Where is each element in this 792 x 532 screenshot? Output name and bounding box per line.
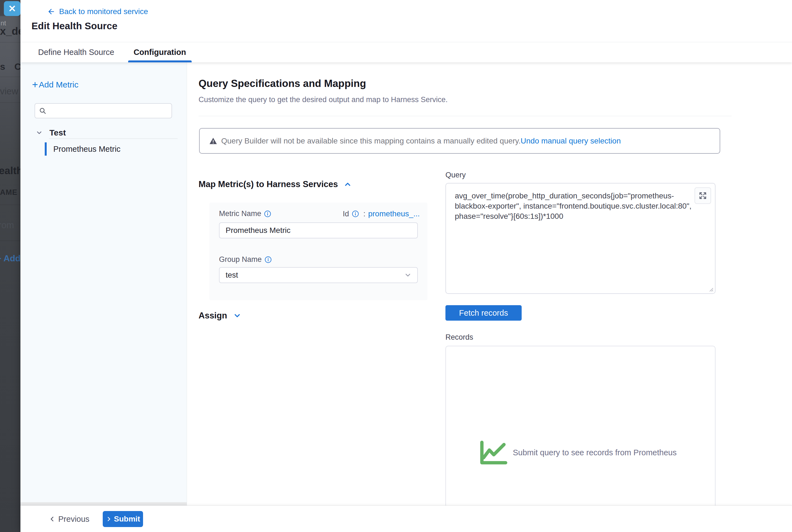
background-text-fragment: view — [0, 86, 18, 97]
metric-id-value[interactable]: prometheus_... — [368, 209, 420, 218]
screen: nt x_dev s C view ealth S AME rom + Add … — [0, 0, 792, 532]
tab-label: Configuration — [134, 48, 186, 57]
modal-header: Back to monitored service Edit Health So… — [20, 0, 792, 62]
chevron-down-icon — [36, 129, 43, 136]
metric-id-row: Id : prometheus_... — [343, 209, 420, 218]
info-icon[interactable] — [264, 210, 271, 217]
tab-configuration[interactable]: Configuration — [128, 42, 192, 62]
undo-manual-query-link[interactable]: Undo manual query selection — [520, 137, 621, 146]
arrow-left-icon — [47, 7, 56, 16]
assign-title: Assign — [199, 311, 227, 321]
metric-group-name: Test — [50, 128, 66, 137]
chevron-left-icon — [49, 516, 56, 522]
sidebar-bottom-strip — [20, 502, 187, 506]
fetch-records-label: Fetch records — [459, 308, 508, 318]
add-metric-button[interactable]: + Add Metric — [32, 79, 78, 90]
query-label: Query — [445, 171, 466, 179]
background-text-fragment: AME — [0, 188, 17, 197]
metric-item-label: Prometheus Metric — [53, 145, 121, 154]
warning-icon — [209, 137, 217, 145]
background-divider — [0, 102, 20, 103]
background-text-fragment: x_dev — [0, 25, 20, 37]
search-input[interactable] — [50, 104, 171, 118]
expand-query-button[interactable] — [695, 187, 711, 204]
info-icon[interactable] — [352, 210, 359, 217]
background-divider — [0, 205, 20, 205]
add-metric-label: Add Metric — [39, 80, 78, 90]
close-modal-button[interactable]: ✕ — [4, 1, 20, 16]
fetch-records-button[interactable]: Fetch records — [445, 305, 522, 321]
section-heading: Query Specifications and Mapping — [199, 78, 366, 90]
query-text[interactable]: avg_over_time(probe_http_duration_second… — [455, 191, 704, 221]
configuration-panel: Query Specifications and Mapping Customi… — [187, 62, 792, 506]
group-name-value: test — [226, 271, 404, 280]
resize-handle[interactable] — [707, 286, 714, 292]
records-panel: Submit query to see records from Prometh… — [445, 346, 716, 506]
search-icon — [39, 107, 47, 115]
metric-name-field[interactable] — [219, 223, 418, 239]
metric-name-label: Metric Name — [219, 209, 261, 218]
plus-icon: + — [32, 79, 38, 90]
metric-group-toggle[interactable]: Test — [36, 128, 66, 137]
modal-footer: Previous Submit — [20, 506, 792, 532]
assign-section-header[interactable]: Assign — [199, 311, 241, 321]
query-builder-warning-banner: Query Builder will not be available sinc… — [199, 128, 720, 154]
background-divider — [0, 77, 20, 77]
active-tab-underline — [128, 60, 192, 62]
group-name-label: Group Name — [219, 255, 262, 264]
dimmed-background-page: nt x_dev s C view ealth S AME rom + Add — [0, 0, 20, 532]
records-empty-text: Submit query to see records from Prometh… — [513, 448, 677, 457]
background-text-fragment: rom — [0, 220, 14, 230]
metric-mapping-card: Metric Name Id — [209, 203, 427, 300]
page-title: Edit Health Source — [32, 20, 117, 32]
section-subheading: Customize the query to get the desired o… — [199, 95, 448, 104]
chevron-down-icon — [233, 311, 241, 320]
group-divider — [49, 138, 178, 139]
line-chart-icon — [479, 440, 508, 465]
id-label: Id — [343, 210, 349, 218]
sidebar-item-prometheus-metric[interactable]: Prometheus Metric — [20, 142, 187, 156]
previous-label: Previous — [58, 515, 90, 524]
submit-button[interactable]: Submit — [103, 511, 143, 527]
background-text-fragment: s — [0, 61, 5, 72]
info-icon[interactable] — [264, 256, 272, 263]
expand-icon — [698, 191, 707, 200]
metric-name-label-row: Metric Name — [219, 209, 271, 218]
records-label: Records — [445, 333, 473, 342]
map-metrics-title: Map Metric(s) to Harness Services — [199, 179, 338, 189]
edit-health-source-modal: Back to monitored service Edit Health So… — [20, 0, 792, 532]
back-link-label: Back to monitored service — [59, 7, 148, 16]
query-editor[interactable]: avg_over_time(probe_http_duration_second… — [445, 183, 716, 294]
previous-button[interactable]: Previous — [49, 506, 90, 532]
background-text-fragment: + Add — [0, 253, 20, 264]
metrics-sidebar: + Add Metric Test — [20, 62, 187, 506]
group-name-select[interactable]: test — [219, 267, 418, 283]
warning-text: Query Builder will not be available sinc… — [221, 137, 520, 146]
close-icon: ✕ — [8, 3, 16, 14]
metric-search-box[interactable] — [35, 103, 172, 118]
tab-label: Define Health Source — [38, 48, 114, 57]
back-to-monitored-service-link[interactable]: Back to monitored service — [47, 7, 148, 16]
group-name-label-row: Group Name — [219, 255, 272, 264]
chevron-up-icon — [344, 180, 352, 188]
id-colon: : — [364, 210, 366, 218]
submit-label: Submit — [114, 515, 140, 524]
background-text-fragment: C — [14, 61, 20, 72]
tab-define-health-source[interactable]: Define Health Source — [33, 42, 120, 62]
records-empty-state: Submit query to see records from Prometh… — [479, 440, 677, 465]
background-divider — [0, 42, 20, 42]
background-divider — [0, 241, 20, 241]
chevron-down-icon — [404, 271, 412, 279]
chevron-right-icon — [106, 516, 112, 522]
map-metrics-section-header[interactable]: Map Metric(s) to Harness Services — [199, 179, 352, 189]
background-text-fragment: ealth S — [0, 165, 20, 176]
tab-bar: Define Health Source Configuration — [20, 42, 792, 62]
selected-indicator-bar — [45, 142, 47, 156]
